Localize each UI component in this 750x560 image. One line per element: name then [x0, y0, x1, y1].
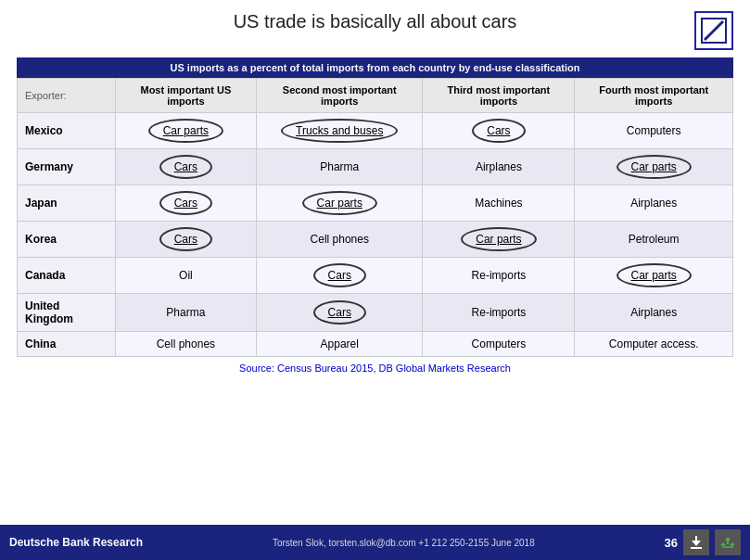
data-cell: Car parts: [423, 222, 575, 258]
footer-page-number: 36: [665, 536, 678, 550]
data-cell: Airplanes: [575, 185, 733, 222]
col-exporter: Exporter:: [18, 79, 116, 113]
col-header-3: Third most important imports: [423, 79, 575, 113]
data-cell: Car parts: [257, 185, 423, 222]
data-cell: Oil: [115, 258, 256, 294]
country-cell: Mexico: [18, 113, 116, 149]
oval-highlight: Cars: [159, 191, 212, 215]
recycle-button[interactable]: [715, 529, 741, 555]
oval-highlight: Car parts: [148, 119, 223, 143]
country-cell: Germany: [18, 149, 116, 185]
data-cell: Petroleum: [575, 222, 733, 258]
oval-highlight: Car parts: [302, 191, 377, 215]
data-cell: Cars: [115, 149, 256, 185]
data-cell: Cars: [115, 222, 256, 258]
table-row: ChinaCell phonesApparelComputersComputer…: [18, 332, 733, 357]
data-cell: Pharma: [115, 294, 256, 332]
oval-highlight: Trucks and buses: [281, 119, 398, 143]
data-cell: Airplanes: [575, 294, 733, 332]
data-cell: Car parts: [575, 258, 733, 294]
main-title: US trade is basically all about cars: [56, 11, 694, 32]
data-cell: Car parts: [575, 149, 733, 185]
banner: US imports as a percent of total imports…: [17, 57, 733, 78]
oval-highlight: Car parts: [617, 155, 692, 179]
country-cell: Japan: [18, 185, 116, 222]
footer-brand: Deutsche Bank Research: [9, 536, 143, 549]
data-cell: Machines: [423, 185, 575, 222]
data-cell: Cell phones: [257, 222, 423, 258]
data-cell: Cars: [257, 294, 423, 332]
svg-rect-3: [695, 536, 697, 541]
col-header-1: Most important US imports: [115, 79, 256, 113]
oval-highlight: Car parts: [461, 227, 536, 251]
data-cell: Pharma: [257, 149, 423, 185]
data-cell: Re-imports: [423, 294, 575, 332]
data-cell: Computers: [423, 332, 575, 357]
data-cell: Cars: [115, 185, 256, 222]
svg-line-1: [705, 21, 723, 40]
table-row: MexicoCar partsTrucks and busesCarsCompu…: [18, 113, 733, 149]
data-cell: Computer access.: [575, 332, 733, 357]
data-cell: Airplanes: [423, 149, 575, 185]
data-cell: Re-imports: [423, 258, 575, 294]
country-cell: Canada: [18, 258, 116, 294]
table-row: CanadaOilCarsRe-importsCar parts: [18, 258, 733, 294]
footer: Deutsche Bank Research Torsten Slok, tor…: [0, 525, 750, 560]
country-cell: China: [18, 332, 116, 357]
country-cell: Korea: [18, 222, 116, 258]
source-line: Source: Census Bureau 2015, DB Global Ma…: [17, 357, 733, 375]
oval-highlight: Cars: [159, 227, 212, 251]
oval-highlight: Cars: [159, 155, 212, 179]
data-cell: Computers: [575, 113, 733, 149]
table-row: JapanCarsCar partsMachinesAirplanes: [18, 185, 733, 222]
table-row: United KingdomPharmaCarsRe-importsAirpla…: [18, 294, 733, 332]
download-button[interactable]: [683, 529, 709, 555]
svg-rect-4: [691, 547, 702, 549]
data-cell: Trucks and buses: [257, 113, 423, 149]
footer-contact: Torsten Slok, torsten.slok@db.com +1 212…: [273, 538, 535, 548]
table-row: KoreaCarsCell phonesCar partsPetroleum: [18, 222, 733, 258]
table-row: GermanyCarsPharmaAirplanesCar parts: [18, 149, 733, 185]
data-cell: Cell phones: [115, 332, 256, 357]
data-cell: Cars: [257, 258, 423, 294]
col-header-4: Fourth most important imports: [575, 79, 733, 113]
oval-highlight: Car parts: [617, 263, 692, 287]
oval-highlight: Cars: [313, 300, 366, 325]
svg-marker-2: [692, 541, 701, 546]
data-cell: Apparel: [257, 332, 423, 357]
data-cell: Cars: [423, 113, 575, 149]
oval-highlight: Cars: [313, 263, 366, 287]
col-header-2: Second most important imports: [257, 79, 423, 113]
data-table: Exporter: Most important US imports Seco…: [17, 78, 733, 357]
deutsche-bank-logo: [694, 11, 733, 50]
oval-highlight: Cars: [472, 119, 525, 143]
country-cell: United Kingdom: [18, 294, 116, 332]
data-cell: Car parts: [115, 113, 256, 149]
